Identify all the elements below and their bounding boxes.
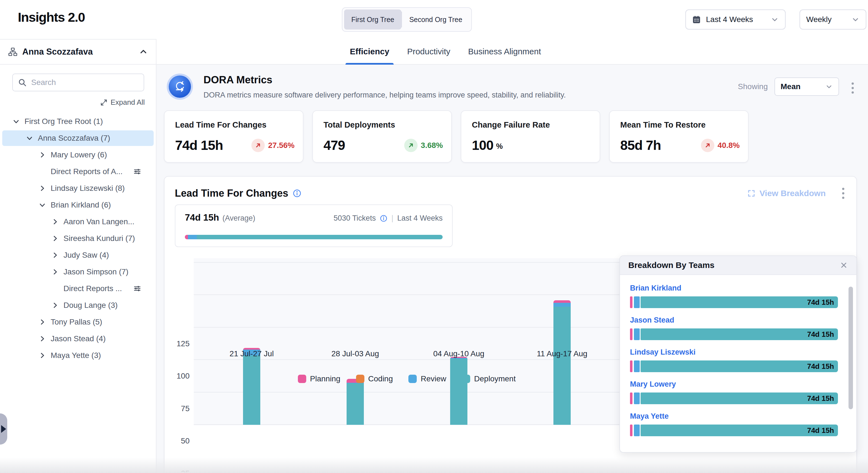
chevron-down-icon[interactable] (12, 118, 20, 125)
chevron-right-icon[interactable] (51, 235, 59, 242)
tree-item-mary-lowery-6[interactable]: Mary Lowery (6) (0, 147, 156, 163)
chevron-right-icon[interactable] (38, 184, 46, 192)
tree-item-first-org-tree-root-1[interactable]: First Org Tree Root (1) (0, 113, 156, 130)
chevron-down-icon[interactable] (38, 201, 46, 209)
dora-menu-kebab-icon[interactable] (851, 83, 855, 94)
tree-item-aaron-van-langen[interactable]: Aaron Van Langen... (0, 213, 156, 230)
team-bar-planning (630, 328, 632, 340)
tree-item-lindsay-liszewski-8[interactable]: Lindsay Liszewski (8) (0, 180, 156, 197)
chevron-right-icon[interactable] (38, 335, 46, 343)
org-tree-segment[interactable]: Second Org Tree (402, 9, 469, 30)
tree-item-brian-kirkland-6[interactable]: Brian Kirkland (6) (0, 197, 156, 213)
metric-title: Mean Time To Restore (620, 120, 738, 129)
divider: | (392, 214, 393, 223)
tab-business-alignment[interactable]: Business Alignment (468, 39, 541, 64)
breakdown-header: Breakdown By Teams (620, 256, 856, 275)
calendar-icon (692, 15, 701, 24)
breakdown-scrollbar[interactable] (848, 287, 853, 409)
stacked-bar-28-jul-03-aug[interactable] (347, 379, 364, 425)
filter-sliders-icon[interactable] (133, 285, 142, 293)
showing-value: Mean (781, 82, 801, 91)
sidebar-search[interactable] (12, 73, 144, 91)
team-name-link[interactable]: Jason Stead (630, 316, 838, 325)
tree-item-label: First Org Tree Root (1) (25, 113, 103, 130)
chevron-right-icon[interactable] (51, 268, 59, 276)
summary-tickets: 5030 Tickets (334, 214, 376, 223)
team-bar-deployment: 74d 15h (641, 392, 838, 404)
search-input[interactable] (31, 78, 138, 87)
tree-item-jason-simpson-7[interactable]: Jason Simpson (7) (0, 264, 156, 280)
expand-all-button[interactable]: Expand All (100, 98, 145, 107)
summary-segment-review (188, 235, 196, 239)
stacked-bar-11-aug-17-aug[interactable] (553, 300, 571, 425)
sidebar-header[interactable]: Anna Scozzafava (0, 39, 156, 65)
showing-label: Showing (738, 82, 768, 91)
tree-item-maya-yette-3[interactable]: Maya Yette (3) (0, 347, 156, 364)
x-axis-tick-label: 11 Aug-17 Aug (512, 349, 612, 358)
chevron-down-icon[interactable] (26, 134, 33, 142)
tree-item-label: Doug Lange (3) (63, 297, 118, 314)
play-triangle-icon (1, 425, 6, 433)
sidebar-owner-name: Anna Scozzafava (22, 47, 93, 57)
metric-delta: 3.68% (421, 141, 443, 150)
dora-title: DORA Metrics (204, 74, 272, 86)
tree-item-label: Direct Reports ... (63, 280, 122, 297)
trend-up-arrow-icon (701, 139, 714, 152)
tree-item-label: Jason Simpson (7) (63, 264, 128, 280)
y-axis-tick-label: 50 (164, 437, 190, 445)
team-name-link[interactable]: Maya Yette (630, 412, 838, 421)
tree-item-label: Brian Kirkland (6) (51, 197, 111, 213)
tree-item-judy-saw-4[interactable]: Judy Saw (4) (0, 247, 156, 264)
chevron-down-icon (825, 83, 833, 91)
chevron-right-icon[interactable] (38, 151, 46, 159)
metric-card-change-failure-rate: Change Failure Rate100% (461, 110, 600, 163)
tree-item-direct-reports-of-a[interactable]: Direct Reports of A... (0, 163, 156, 180)
tree-item-direct-reports[interactable]: Direct Reports ... (0, 280, 156, 297)
metric-card-lead-time-for-changes: Lead Time For Changes74d 15h27.56% (164, 110, 304, 163)
tree-item-anna-scozzafava-7[interactable]: Anna Scozzafava (7) (0, 130, 156, 147)
dora-subtitle: DORA metrics measure software delivery p… (204, 91, 566, 99)
team-row-mary-lowery: Mary Lowery74d 15h (630, 380, 838, 408)
legend-swatch (408, 375, 417, 383)
chevron-right-icon[interactable] (51, 301, 59, 309)
tree-item-tony-pallas-5[interactable]: Tony Pallas (5) (0, 314, 156, 330)
chevron-right-icon[interactable] (38, 318, 46, 326)
team-row-maya-yette: Maya Yette74d 15h (630, 412, 838, 440)
date-range-select[interactable]: Last 4 Weeks (685, 9, 785, 30)
sidebar-collapse-handle[interactable] (0, 413, 7, 445)
filter-sliders-icon[interactable] (133, 168, 142, 176)
team-name-link[interactable]: Mary Lowery (630, 380, 838, 389)
showing-select[interactable]: Mean (774, 78, 839, 96)
team-bar-deployment: 74d 15h (641, 424, 838, 436)
granularity-select[interactable]: Weekly (800, 9, 866, 30)
chevron-right-icon[interactable] (38, 352, 46, 359)
team-name-link[interactable]: Lindsay Liszewski (630, 348, 838, 357)
team-bar-deployment: 74d 15h (641, 296, 838, 308)
chevron-up-icon[interactable] (138, 47, 148, 57)
chevron-right-icon[interactable] (51, 251, 59, 259)
close-icon[interactable] (840, 261, 848, 269)
org-tree-segment[interactable]: First Org Tree (344, 9, 401, 30)
lead-time-menu-kebab-icon[interactable] (841, 188, 845, 199)
tab-productivity[interactable]: Productivity (407, 39, 450, 64)
team-row-brian-kirkland: Brian Kirkland74d 15h (630, 284, 838, 312)
stacked-bar-04-aug-10-aug[interactable] (450, 357, 467, 425)
bar-segment-deployment (243, 355, 260, 425)
legend-item-coding: Coding (356, 375, 393, 383)
y-axis-tick-label: 100 (164, 372, 190, 381)
chevron-down-icon (771, 15, 779, 24)
team-name-link[interactable]: Brian Kirkland (630, 284, 838, 293)
info-icon[interactable] (380, 214, 388, 222)
team-bar-planning (630, 392, 632, 404)
tab-efficiency[interactable]: Efficiency (350, 39, 390, 64)
chart-legend: PlanningCodingReviewDeployment (194, 375, 620, 383)
tree-item-jason-stead-4[interactable]: Jason Stead (4) (0, 330, 156, 347)
view-breakdown-button[interactable]: View Breakdown (747, 188, 826, 198)
app-title: Insights 2.0 (18, 9, 85, 25)
team-bar-deployment: 74d 15h (641, 360, 838, 372)
chevron-right-icon[interactable] (51, 218, 59, 226)
metric-value: 100 (472, 138, 493, 153)
info-icon[interactable] (292, 189, 302, 198)
tree-item-sireesha-kunduri-7[interactable]: Sireesha Kunduri (7) (0, 230, 156, 247)
tree-item-doug-lange-3[interactable]: Doug Lange (3) (0, 297, 156, 314)
